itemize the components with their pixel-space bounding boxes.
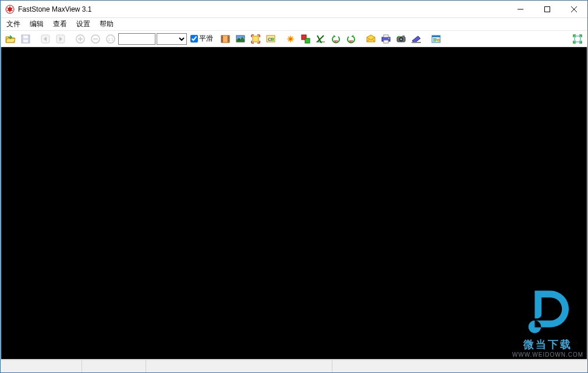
email-button[interactable] [363,32,378,46]
zoom-fit-icon: 1:1 [105,34,116,44]
scan-button[interactable] [409,32,424,46]
resize-canvas-button[interactable] [248,32,263,46]
minimize-button[interactable] [507,1,534,18]
print-icon [381,34,391,44]
svg-point-36 [388,38,389,39]
save-icon [20,34,31,44]
resize-canvas-icon [250,34,261,44]
open-folder-icon [5,34,16,44]
svg-rect-23 [236,42,245,42]
svg-point-41 [398,35,400,37]
svg-rect-18 [228,36,229,37]
svg-text:B: B [271,37,274,42]
screenshot-icon [396,34,406,44]
menu-help[interactable]: 帮助 [95,18,118,30]
open-button[interactable] [3,32,18,46]
watermark-text-cn: 微当下载 [512,338,583,351]
svg-point-28 [289,38,292,40]
window-title: FastStone MaxView 3.1 [18,5,92,13]
color-effects-icon [285,34,296,44]
rotate-left-button[interactable]: 90 [328,32,343,46]
svg-rect-47 [433,41,436,41]
maximize-button[interactable] [534,1,561,18]
svg-rect-20 [228,40,229,40]
svg-rect-14 [222,36,222,37]
smooth-label: 平滑 [199,34,213,44]
compare-icon [300,34,311,44]
color-effects-button[interactable] [283,32,298,46]
svg-rect-4 [23,40,28,42]
prev-button [38,32,53,46]
svg-rect-16 [222,40,222,40]
svg-text:1:1: 1:1 [108,37,114,41]
menu-edit[interactable]: 编辑 [25,18,48,30]
smooth-checkbox[interactable] [190,35,198,42]
next-button [53,32,68,46]
app-icon [5,5,15,14]
svg-rect-17 [222,41,222,42]
rotate-right-button[interactable]: 90 [343,32,359,46]
app-window: FastStone MaxView 3.1 文件 编辑 查看 设置 帮助 [0,0,588,373]
print-button[interactable] [378,32,394,46]
watermark-text-url: WWW.WEIDOWN.COM [512,351,583,358]
email-icon [366,34,376,44]
slideshow-button[interactable] [218,32,233,46]
crop-button[interactable] [313,32,328,46]
svg-rect-21 [228,41,229,42]
svg-text:90: 90 [349,40,353,43]
save-button [18,32,33,46]
scan-icon [411,34,421,44]
svg-rect-19 [228,38,229,38]
svg-rect-24 [253,36,258,42]
wallpaper-button[interactable] [233,32,248,46]
menubar: 文件 编辑 查看 设置 帮助 [1,18,587,31]
toolbar: 1:1 平滑 [1,31,587,47]
svg-rect-45 [433,38,437,39]
svg-rect-30 [305,38,310,43]
svg-rect-3 [23,35,28,38]
rotate-left-icon: 90 [331,34,341,44]
zoom-in-button [73,32,88,46]
rotate-right-icon: 90 [346,34,356,44]
slideshow-icon [220,34,231,44]
svg-text:90: 90 [334,40,338,43]
svg-point-48 [437,39,440,41]
svg-rect-44 [432,35,440,37]
wallpaper-icon [235,34,246,44]
svg-rect-1 [545,6,550,12]
menu-settings[interactable]: 设置 [72,18,95,30]
zoom-select[interactable] [157,33,187,45]
zoom-out-button [88,32,103,46]
zoom-input[interactable] [118,33,155,45]
zoom-in-icon [75,34,86,44]
close-button[interactable] [561,1,587,18]
crop-icon [316,34,326,44]
watermark: 微当下载 WWW.WEIDOWN.COM [512,283,583,358]
status-cell-1 [1,360,82,372]
text-board-button[interactable]: C B [263,32,278,46]
status-cell-3 [146,360,332,372]
fullscreen-icon [572,34,583,44]
compare-button[interactable] [298,32,313,46]
screenshot-button[interactable] [394,32,409,46]
image-viewport[interactable]: 微当下载 WWW.WEIDOWN.COM [1,47,587,360]
settings-panel-button[interactable] [428,32,444,46]
zoom-out-icon [90,34,101,44]
svg-rect-40 [402,35,405,37]
svg-rect-35 [384,40,388,43]
status-cell-4 [332,360,587,372]
fullscreen-button[interactable] [570,32,585,46]
menu-file[interactable]: 文件 [2,18,25,30]
menu-view[interactable]: 查看 [48,18,72,30]
svg-rect-34 [384,35,388,37]
statusbar [1,360,587,372]
svg-point-39 [401,38,402,40]
svg-rect-15 [222,38,222,38]
watermark-logo-icon [522,283,574,335]
status-cell-2 [82,360,146,372]
titlebar: FastStone MaxView 3.1 [1,1,587,18]
smooth-toggle[interactable]: 平滑 [190,34,213,44]
next-icon [55,34,66,44]
zoom-actual-button: 1:1 [103,32,118,46]
text-board-icon: C B [265,34,276,44]
